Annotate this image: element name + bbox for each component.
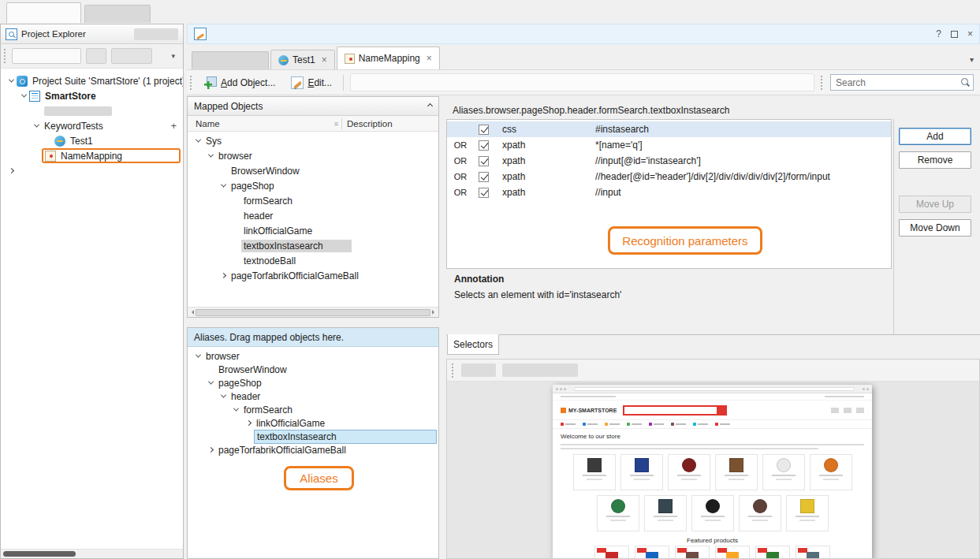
toolbar-grip[interactable] [4,49,7,63]
recognition-param-row[interactable]: ORxpath*[name='q'] [447,137,891,153]
tree-chevron-expanded-icon[interactable] [18,94,29,98]
move-down-button[interactable]: Move Down [899,219,971,237]
mapped-tree-row[interactable]: header [188,208,438,223]
aliases-tree-row[interactable]: formSearch [188,403,438,416]
tree-chevron-expanded-icon[interactable] [218,184,229,188]
mapped-tree-row[interactable]: pageShop [188,178,438,193]
mapped-tree-row[interactable]: formSearch [188,193,438,208]
nav-item[interactable] [583,423,598,426]
aliases-tree-row[interactable]: linkOfficialGame [188,416,438,430]
product-card[interactable] [635,546,669,558]
param-checkbox[interactable] [479,188,489,198]
mapped-tree-row[interactable]: pageTorfabrikOfficialGameBall [188,268,438,283]
nav-item[interactable] [649,423,664,426]
mapped-tree-row[interactable]: textboxInstasearch [188,238,438,253]
nav-item[interactable] [561,423,576,426]
toolbar-grip[interactable] [821,76,824,90]
product-card[interactable] [715,454,758,490]
product-card[interactable] [796,546,830,558]
horizontal-scrollbar[interactable] [188,307,438,317]
scrollbar-thumb[interactable] [3,551,76,557]
column-header-description[interactable]: Description [342,119,393,129]
header-button-placeholder[interactable] [134,28,178,40]
tree-chevron-collapsed-icon[interactable] [243,421,254,425]
tree-chevron-expanded-icon[interactable] [192,139,203,143]
product-card[interactable] [762,454,805,490]
param-checkbox[interactable] [479,172,489,182]
product-card[interactable] [597,495,639,531]
docked-tab-placeholder[interactable] [192,51,269,69]
project-tree-row[interactable] [1,163,183,178]
recognition-param-row[interactable]: ORxpath//header[@id='header']/div[2]/div… [447,169,891,184]
column-header-name[interactable]: Name ≡ [188,119,341,129]
product-card[interactable] [786,495,829,531]
help-icon[interactable]: ? [936,28,941,39]
tree-chevron-collapsed-icon[interactable] [6,169,17,173]
toolbar-button-placeholder[interactable] [12,48,81,64]
param-checkbox[interactable] [479,125,489,135]
nav-item[interactable] [693,423,708,426]
tree-chevron-collapsed-icon[interactable] [205,448,216,452]
tree-chevron-expanded-icon[interactable] [192,354,203,358]
recognition-param-row[interactable]: css#instasearch [447,121,891,137]
tree-chevron-expanded-icon[interactable] [218,394,229,398]
param-checkbox[interactable] [479,156,489,166]
toolbar-dropdown-icon[interactable]: ▾ [171,52,180,60]
scrollbar-thumb[interactable] [196,309,430,316]
search-icon[interactable] [960,77,970,87]
toolbar-button-placeholder[interactable] [461,363,496,377]
project-tree-row[interactable] [1,103,183,118]
edit-button[interactable]: Edit... [286,75,337,91]
maximize-icon[interactable] [951,31,958,38]
add-button[interactable]: Add [899,128,971,145]
tree-chevron-collapsed-icon[interactable] [218,274,229,278]
add-object-button[interactable]: Add Object... [199,75,280,91]
toolbar-grip[interactable] [190,76,193,90]
product-card[interactable] [644,495,687,531]
project-tree-row[interactable]: Project Suite 'SmartStore' (1 project) [1,73,183,88]
tree-chevron-expanded-icon[interactable] [230,408,241,412]
nav-item[interactable] [627,423,642,426]
product-card[interactable] [594,546,629,558]
project-tree-row[interactable]: SmartStore [1,88,183,103]
tab-test1[interactable]: Test1× [270,50,335,69]
nav-item[interactable] [671,423,686,426]
recognition-param-row[interactable]: ORxpath//input[@id='instasearch'] [447,153,891,169]
aliases-tree-row[interactable]: pageShop [188,376,438,389]
param-checkbox[interactable] [479,140,489,151]
collapse-panel-icon[interactable] [428,104,432,108]
product-card[interactable] [715,546,750,558]
product-card[interactable] [675,546,710,558]
project-tree-row[interactable]: Test1 [1,133,183,148]
horizontal-scrollbar[interactable] [1,549,183,558]
tree-chevron-expanded-icon[interactable] [205,154,216,158]
scroll-left-icon[interactable] [189,310,194,315]
toolbar-button-placeholder[interactable] [502,363,578,377]
product-card[interactable] [573,454,616,490]
project-tree-row[interactable]: NameMapping [1,148,183,163]
close-icon[interactable]: × [967,28,973,39]
product-card[interactable] [668,454,710,490]
product-card[interactable] [691,495,734,531]
tree-chevron-expanded-icon[interactable] [31,124,42,128]
tab-namemapping[interactable]: NameMapping× [337,47,440,69]
toolbar-button-placeholder[interactable] [86,48,106,64]
aliases-tree-row[interactable]: header [188,389,438,403]
nav-item[interactable] [605,423,620,426]
tree-chevron-expanded-icon[interactable] [6,79,17,83]
product-card[interactable] [739,495,781,531]
toolbar-grip[interactable] [452,363,455,378]
aliases-tree-row[interactable]: browser [188,349,438,363]
mapped-tree-row[interactable]: linkOfficialGame [188,223,438,238]
mapped-tree-row[interactable]: BrowserWindow [188,163,438,178]
mapped-tree-row[interactable]: textnodeBall [188,253,438,268]
product-card[interactable] [810,454,852,490]
recognition-param-row[interactable]: ORxpath//input [447,184,891,200]
aliases-tree-row[interactable]: BrowserWindow [188,363,438,376]
docked-tab-placeholder[interactable] [6,2,81,23]
product-card[interactable] [620,454,663,490]
toolbar-button-placeholder[interactable] [111,48,152,64]
product-card[interactable] [755,546,790,558]
aliases-tree-row[interactable]: pageTorfabrikOfficialGameBall [188,443,438,457]
column-menu-icon[interactable]: ≡ [334,120,338,128]
